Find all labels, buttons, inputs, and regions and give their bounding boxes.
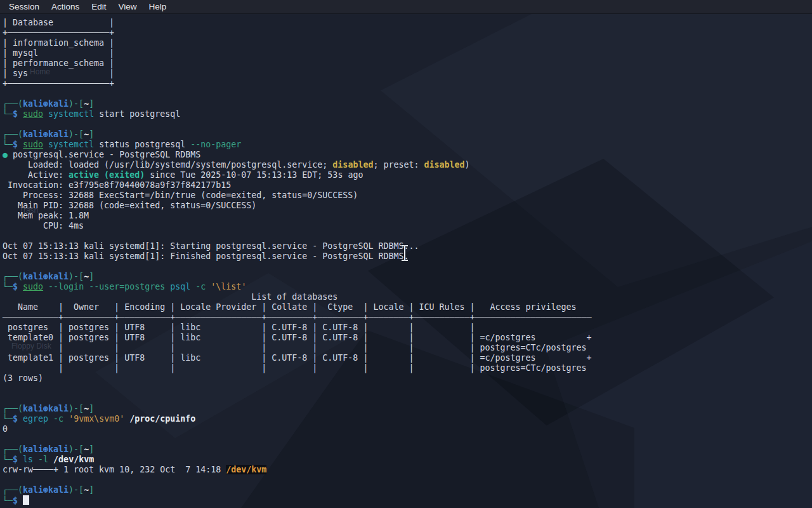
- terminal-line: Oct 07 15:13:13 kali systemd[1]: Finishe…: [3, 251, 812, 262]
- terminal-line: | mysql |: [3, 48, 812, 58]
- terminal-line: template1 | postgres | UTF8 | libc | C.U…: [3, 353, 812, 363]
- terminal-line: ┌──(kali⊛kali)-[~]: [3, 99, 812, 109]
- terminal-line: ┌──(kali⊛kali)-[~]: [3, 130, 812, 140]
- terminal-line: | Database |: [3, 18, 812, 28]
- terminal-line: +────────────────────+: [3, 79, 812, 89]
- terminal-line: ┌──(kali⊛kali)-[~]: [3, 444, 812, 455]
- terminal-line: | | | | | | | | postgres=CTc/postgres: [3, 363, 812, 373]
- terminal-line: [3, 89, 812, 99]
- terminal-line: └─$: [3, 495, 812, 505]
- terminal-line: └─$ ls -l /dev/kvm: [3, 455, 812, 465]
- block-cursor: [23, 495, 29, 505]
- terminal-line: (3 rows): [3, 373, 812, 384]
- terminal-line: [3, 394, 812, 404]
- terminal-line: Main PID: 32688 (code=exited, status=0/S…: [3, 201, 812, 211]
- terminal-line: [3, 475, 812, 485]
- terminal-line: | performance_schema |: [3, 58, 812, 69]
- terminal-line: ┌──(kali⊛kali)-[~]: [3, 404, 812, 414]
- terminal-line: Oct 07 15:13:13 kali systemd[1]: Startin…: [3, 241, 812, 251]
- terminal-line: 0: [3, 424, 812, 434]
- terminal-line: template0 | postgres | UTF8 | libc | C.U…: [3, 333, 812, 343]
- terminal-line: [3, 434, 812, 444]
- terminal-line: └─$ sudo systemctl start postgresql: [3, 109, 812, 119]
- terminal-line: [3, 384, 812, 394]
- terminal-line: [3, 119, 812, 130]
- terminal-line: Name | Owner | Encoding | Locale Provide…: [3, 302, 812, 312]
- menu-edit[interactable]: Edit: [86, 1, 111, 12]
- terminal-line: Loaded: loaded (/usr/lib/systemd/system/…: [3, 160, 812, 170]
- terminal-line: └─$ sudo systemctl status postgresql --n…: [3, 140, 812, 150]
- terminal-screen[interactable]: | Database |+────────────────────+| info…: [0, 14, 812, 508]
- menu-help[interactable]: Help: [144, 1, 172, 12]
- terminal-line: Mem peak: 1.8M: [3, 211, 812, 221]
- terminal-line: [3, 262, 812, 272]
- terminal-line: ┌──(kali⊛kali)-[~]: [3, 272, 812, 282]
- menu-actions[interactable]: Actions: [46, 1, 84, 12]
- terminal-line: ┌──(kali⊛kali)-[~]: [3, 485, 812, 495]
- menubar: Session Actions Edit View Help: [0, 0, 812, 14]
- terminal-line: ● postgresql.service - PostgreSQL RDBMS: [3, 150, 812, 160]
- terminal-line: postgres | postgres | UTF8 | libc | C.UT…: [3, 323, 812, 333]
- terminal-line: +────────────────────+: [3, 28, 812, 38]
- terminal-line: └─$ sudo --login --user=postgres psql -c…: [3, 282, 812, 292]
- terminal-line: ───────────+──────────+──────────+──────…: [3, 312, 812, 323]
- terminal-line: └─$ egrep -c '9vmx\svm0' /proc/cpuinfo: [3, 414, 812, 424]
- terminal-line: Invocation: e3f795e8f70440078a9f37f84217…: [3, 180, 812, 190]
- menu-session[interactable]: Session: [4, 1, 44, 12]
- terminal-line: | information_schema |: [3, 38, 812, 48]
- terminal-line: | | | | | | | | postgres=CTc/postgres: [3, 343, 812, 353]
- terminal-line: Process: 32688 ExecStart=/bin/true (code…: [3, 190, 812, 201]
- terminal-line: crw-rw────+ 1 root kvm 10, 232 Oct 7 14:…: [3, 465, 812, 475]
- terminal-line: [3, 231, 812, 241]
- terminal-line: | sys |: [3, 69, 812, 79]
- menu-view[interactable]: View: [114, 1, 142, 12]
- terminal-line: Active: active (exited) since Tue 2025-1…: [3, 170, 812, 180]
- terminal-line: List of databases: [3, 292, 812, 302]
- terminal-line: CPU: 4ms: [3, 221, 812, 231]
